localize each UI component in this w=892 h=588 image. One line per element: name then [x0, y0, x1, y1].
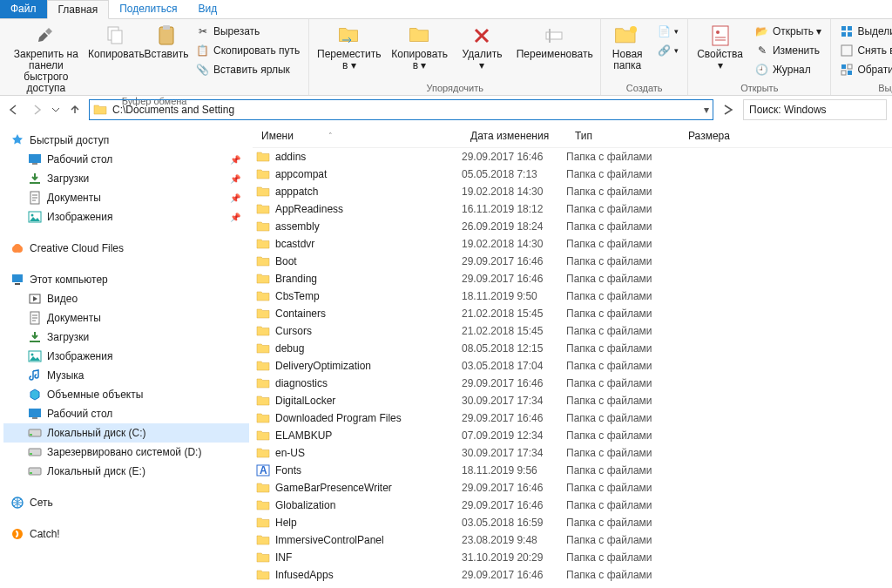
recent-dropdown[interactable]: [51, 101, 61, 118]
tab-file[interactable]: Файл: [0, 0, 47, 18]
up-button[interactable]: [66, 101, 84, 118]
file-list[interactable]: addins 29.09.2017 16:46 Папка с файлами …: [253, 148, 892, 588]
sidebar-item[interactable]: Локальный диск (C:): [3, 423, 249, 443]
file-row[interactable]: en-US 30.09.2017 17:34 Папка с файлами: [253, 444, 892, 462]
sidebar-item[interactable]: Документы: [3, 308, 249, 328]
tab-home[interactable]: Главная: [47, 0, 110, 19]
file-type: Папка с файлами: [566, 534, 679, 546]
copy-button[interactable]: Копировать: [92, 21, 140, 62]
file-row[interactable]: INF 31.10.2019 20:29 Папка с файлами: [253, 549, 892, 566]
file-row[interactable]: DigitalLocker 30.09.2017 17:34 Папка с ф…: [253, 392, 892, 409]
file-row[interactable]: Downloaded Program Files 29.09.2017 16:4…: [253, 409, 892, 427]
copy-path-button[interactable]: 📋Скопировать путь: [193, 42, 303, 59]
column-name[interactable]: Имени˄: [253, 130, 462, 142]
file-row[interactable]: apppatch 19.02.2018 14:30 Папка с файлам…: [253, 183, 892, 200]
select-none-button[interactable]: Снять выделение: [836, 42, 892, 59]
delete-button[interactable]: Удалить ▾: [456, 21, 509, 73]
select-all-button[interactable]: Выделить все: [836, 23, 892, 40]
sidebar-item[interactable]: Локальный диск (E:): [3, 462, 249, 481]
column-size[interactable]: Размера: [679, 130, 749, 142]
forward-button[interactable]: [28, 101, 45, 118]
easy-access-icon: 🔗: [657, 44, 671, 57]
folder-icon: [256, 568, 270, 582]
label: Закрепить на панели быстрого доступа: [9, 49, 84, 94]
file-row[interactable]: addins 29.09.2017 16:46 Папка с файлами: [253, 148, 892, 166]
label: Журнал: [773, 64, 811, 76]
move-to-button[interactable]: Переместить в ▾: [314, 21, 383, 73]
new-folder-button[interactable]: Новая папка: [606, 21, 648, 73]
sidebar-item[interactable]: Загрузки 📌: [3, 169, 249, 188]
rename-button[interactable]: Переименовать: [514, 21, 595, 62]
sidebar-item[interactable]: Рабочий стол: [3, 404, 249, 423]
history-button[interactable]: 🕘Журнал: [752, 61, 825, 78]
sidebar-item[interactable]: Видео: [3, 289, 249, 308]
label: Быстрый доступ: [30, 134, 109, 146]
file-row[interactable]: Help 03.05.2018 16:59 Папка с файлами: [253, 514, 892, 531]
back-button[interactable]: [5, 101, 23, 118]
go-button[interactable]: [719, 100, 738, 119]
search-input[interactable]: Поиск: Windows: [743, 99, 887, 120]
file-row[interactable]: Globalization 29.09.2017 16:46 Папка с ф…: [253, 497, 892, 514]
file-row[interactable]: debug 08.05.2018 12:15 Папка с файлами: [253, 340, 892, 357]
chevron-down-icon[interactable]: ▾: [704, 104, 709, 116]
sidebar-item[interactable]: Изображения: [3, 347, 249, 366]
invert-selection-button[interactable]: Обратить выделение: [836, 61, 892, 78]
file-row[interactable]: diagnostics 29.09.2017 16:46 Папка с фай…: [253, 375, 892, 392]
pin-to-quick-access-button[interactable]: Закрепить на панели быстрого доступа: [5, 21, 87, 96]
file-pane: Имени˄ Дата изменения Тип Размера addins…: [253, 124, 892, 588]
sidebar-item[interactable]: Музыка: [3, 366, 249, 385]
folder-icon: [256, 376, 270, 390]
file-row[interactable]: Boot 29.09.2017 16:46 Папка с файлами: [253, 253, 892, 270]
label: Этот компьютер: [30, 274, 108, 286]
file-row[interactable]: AppReadiness 16.11.2019 18:12 Папка с фа…: [253, 200, 892, 218]
file-row[interactable]: Fonts 18.11.2019 9:56 Папка с файлами: [253, 462, 892, 479]
file-row[interactable]: Cursors 21.02.2018 15:45 Папка с файлами: [253, 322, 892, 340]
column-date[interactable]: Дата изменения: [462, 130, 566, 142]
sidebar-this-pc[interactable]: Этот компьютер: [3, 270, 249, 289]
file-row[interactable]: GameBarPresenceWriter 29.09.2017 16:46 П…: [253, 479, 892, 497]
file-row[interactable]: CbsTemp 18.11.2019 9:50 Папка с файлами: [253, 287, 892, 305]
tab-share[interactable]: Поделиться: [109, 0, 187, 18]
sidebar-network[interactable]: Сеть: [3, 493, 249, 512]
properties-button[interactable]: Свойства ▾: [693, 21, 747, 73]
select-all-icon: [840, 24, 854, 38]
sidebar-item[interactable]: Документы 📌: [3, 188, 249, 207]
column-type[interactable]: Тип: [566, 130, 679, 142]
file-row[interactable]: Branding 29.09.2017 16:46 Папка с файлам…: [253, 270, 892, 287]
paste-button[interactable]: Вставить: [145, 21, 187, 62]
file-name: DigitalLocker: [275, 395, 335, 407]
svg-rect-31: [841, 64, 846, 69]
file-name: ELAMBKUP: [275, 429, 332, 442]
catch-icon: [10, 527, 24, 541]
rename-icon: [541, 23, 569, 49]
cut-button[interactable]: ✂Вырезать: [193, 23, 303, 40]
sidebar-creative-cloud[interactable]: Creative Cloud Files: [3, 239, 249, 258]
file-row[interactable]: assembly 26.09.2019 18:24 Папка с файлам…: [253, 218, 892, 235]
sidebar-item[interactable]: Рабочий стол 📌: [3, 150, 249, 169]
file-row[interactable]: appcompat 05.05.2018 7:13 Папка с файлам…: [253, 166, 892, 183]
file-date: 30.09.2017 17:34: [462, 447, 566, 459]
file-row[interactable]: ImmersiveControlPanel 23.08.2019 9:48 Па…: [253, 531, 892, 549]
tab-view[interactable]: Вид: [187, 0, 227, 18]
paste-shortcut-button[interactable]: 📎Вставить ярлык: [193, 61, 303, 78]
ribbon: Закрепить на панели быстрого доступа Коп…: [0, 19, 892, 96]
label: Открыть ▾: [773, 25, 821, 37]
easy-access-button[interactable]: 🔗▾: [653, 42, 682, 59]
pin-icon: 📌: [230, 213, 240, 222]
file-row[interactable]: DeliveryOptimization 03.05.2018 17:04 Па…: [253, 357, 892, 375]
sidebar-item[interactable]: Изображения 📌: [3, 207, 249, 226]
sidebar-catch[interactable]: Catch!: [3, 524, 249, 544]
file-row[interactable]: ELAMBKUP 07.09.2019 12:34 Папка с файлам…: [253, 427, 892, 444]
address-bar[interactable]: C:\Documents and Setting ▾: [89, 99, 713, 120]
edit-button[interactable]: ✎Изменить: [752, 42, 825, 59]
sidebar-item[interactable]: Зарезервировано системой (D:): [3, 443, 249, 462]
file-row[interactable]: InfusedApps 29.09.2017 16:46 Папка с фай…: [253, 566, 892, 584]
new-item-button[interactable]: 📄▾: [653, 23, 682, 40]
file-row[interactable]: bcastdvr 19.02.2018 14:30 Папка с файлам…: [253, 235, 892, 253]
file-row[interactable]: Containers 21.02.2018 15:45 Папка с файл…: [253, 305, 892, 322]
open-button[interactable]: 📂Открыть ▾: [752, 23, 825, 40]
copy-to-button[interactable]: Копировать в ▾: [389, 21, 449, 73]
sidebar-item[interactable]: Загрузки: [3, 328, 249, 347]
sidebar-quick-access[interactable]: Быстрый доступ: [3, 131, 249, 150]
sidebar-item[interactable]: Объемные объекты: [3, 385, 249, 404]
